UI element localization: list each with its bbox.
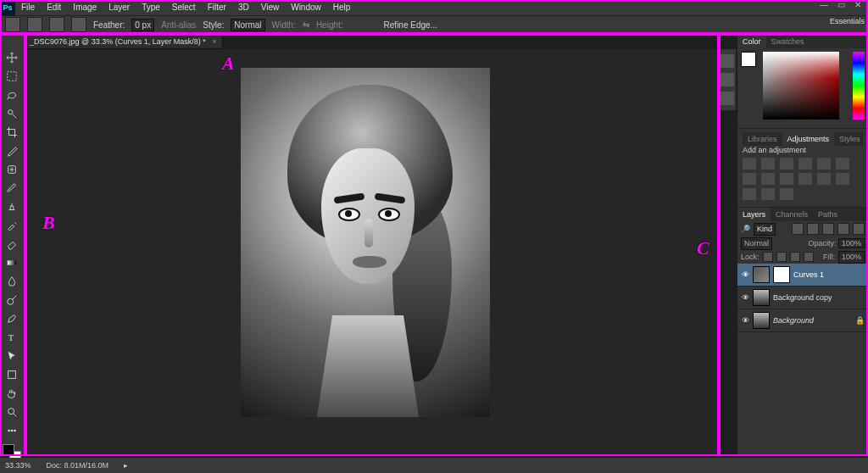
actions-icon[interactable] <box>721 73 734 86</box>
menu-layer[interactable]: Layer <box>103 0 136 15</box>
document-tab[interactable]: _DSC9076.jpg @ 33.3% (Curves 1, Layer Ma… <box>24 34 223 49</box>
invert-icon[interactable] <box>817 173 831 185</box>
refine-edge-button[interactable]: Refine Edge... <box>384 20 437 30</box>
color-field[interactable] <box>763 52 839 120</box>
exposure-icon[interactable] <box>798 158 812 170</box>
layer-name[interactable]: Background copy <box>773 293 865 302</box>
lasso-tool[interactable] <box>3 86 21 103</box>
filter-pixel-icon[interactable] <box>792 223 804 235</box>
filter-type-icon[interactable] <box>822 223 834 235</box>
tab-styles[interactable]: Styles <box>834 132 865 146</box>
path-select-tool[interactable] <box>3 348 21 364</box>
canvas-area[interactable] <box>25 49 719 454</box>
fill-input[interactable]: 100% <box>838 251 865 264</box>
swap-icon[interactable]: ⇆ <box>303 20 309 30</box>
layer-name[interactable]: Background <box>773 316 852 325</box>
visibility-icon[interactable]: 👁 <box>741 270 749 279</box>
tab-channels[interactable]: Channels <box>771 208 813 221</box>
visibility-icon[interactable]: 👁 <box>741 316 749 325</box>
vibrance-icon[interactable] <box>817 158 831 170</box>
style-select[interactable]: Normal <box>231 19 264 31</box>
blur-tool[interactable] <box>3 273 21 290</box>
hue-slider[interactable] <box>853 52 865 120</box>
menu-select[interactable]: Select <box>166 0 202 15</box>
layer-mask-thumb[interactable] <box>773 266 790 283</box>
dodge-tool[interactable] <box>3 292 21 309</box>
menu-type[interactable]: Type <box>136 0 166 15</box>
clone-stamp-tool[interactable] <box>3 198 21 215</box>
lock-all-icon[interactable] <box>804 252 814 262</box>
layer-row[interactable]: 👁Curves 1 <box>737 264 868 287</box>
tab-color[interactable]: Color <box>737 35 766 48</box>
tool-preset-icon[interactable] <box>5 17 20 32</box>
shape-tool[interactable] <box>3 366 21 383</box>
menu-view[interactable]: View <box>255 0 286 15</box>
subtract-selection-icon[interactable] <box>71 17 86 32</box>
history-brush-tool[interactable] <box>3 217 21 234</box>
layer-name[interactable]: Curves 1 <box>793 270 865 279</box>
filter-icon[interactable]: 🔎 <box>741 225 750 233</box>
color-lookup-icon[interactable] <box>798 173 812 185</box>
anti-alias-checkbox[interactable]: Anti-alias <box>161 20 196 30</box>
huesat-icon[interactable] <box>836 158 849 170</box>
eraser-tool[interactable] <box>3 236 21 253</box>
workspace-switcher[interactable]: Essentials <box>830 17 865 25</box>
restore-button[interactable]: ▭ <box>834 0 848 12</box>
close-tab-icon[interactable]: × <box>212 37 216 46</box>
layer-row[interactable]: 👁Background copy <box>737 287 868 309</box>
healing-brush-tool[interactable] <box>3 161 21 178</box>
opacity-input[interactable]: 100% <box>838 238 865 248</box>
history-icon[interactable] <box>721 54 734 68</box>
lock-trans-icon[interactable] <box>763 252 773 262</box>
menu-help[interactable]: Help <box>327 0 357 15</box>
status-chevron-icon[interactable]: ▸ <box>124 461 128 470</box>
crop-tool[interactable] <box>3 124 21 141</box>
layer-row[interactable]: 👁Background🔒 <box>737 309 868 332</box>
minimize-button[interactable]: — <box>817 0 831 12</box>
filter-adjust-icon[interactable] <box>807 223 819 235</box>
curves-icon[interactable] <box>780 158 793 170</box>
new-selection-icon[interactable] <box>27 17 42 32</box>
eyedropper-tool[interactable] <box>3 142 21 159</box>
properties-icon[interactable] <box>721 92 734 105</box>
move-tool[interactable] <box>3 49 21 66</box>
lock-pixel-icon[interactable] <box>776 252 787 262</box>
brightness-icon[interactable] <box>743 158 756 170</box>
filter-shape-icon[interactable] <box>837 223 849 235</box>
menu-window[interactable]: Window <box>285 0 327 15</box>
zoom-level[interactable]: 33.33% <box>5 461 31 470</box>
pen-tool[interactable] <box>3 310 21 327</box>
channel-mixer-icon[interactable] <box>780 173 793 185</box>
blend-mode[interactable]: Normal <box>741 237 772 250</box>
tab-paths[interactable]: Paths <box>813 208 843 221</box>
menu-file[interactable]: File <box>15 0 41 15</box>
posterize-icon[interactable] <box>836 173 849 185</box>
filter-smart-icon[interactable] <box>853 223 865 235</box>
menu-image[interactable]: Image <box>67 0 103 15</box>
tab-layers[interactable]: Layers <box>737 208 771 221</box>
tab-swatches[interactable]: Swatches <box>766 35 810 48</box>
levels-icon[interactable] <box>761 158 775 170</box>
menu-3d[interactable]: 3D <box>232 0 255 15</box>
edit-toolbar[interactable] <box>3 422 21 439</box>
menu-filter[interactable]: Filter <box>202 0 232 15</box>
brush-tool[interactable] <box>3 180 21 197</box>
hand-tool[interactable] <box>3 385 21 402</box>
zoom-tool[interactable] <box>3 403 21 420</box>
filter-kind[interactable]: Kind <box>754 223 776 236</box>
add-selection-icon[interactable] <box>49 17 64 32</box>
foreground-swatch[interactable] <box>741 52 756 67</box>
menu-edit[interactable]: Edit <box>41 0 67 15</box>
gradient-map-icon[interactable] <box>761 188 775 200</box>
bw-icon[interactable] <box>743 173 756 185</box>
tab-adjustments[interactable]: Adjustments <box>782 132 835 146</box>
marquee-tool[interactable] <box>3 68 21 85</box>
close-button[interactable]: ✕ <box>851 0 865 12</box>
threshold-icon[interactable] <box>743 188 756 200</box>
quick-select-tool[interactable] <box>3 105 21 122</box>
tab-libraries[interactable]: Libraries <box>743 132 782 146</box>
gradient-tool[interactable] <box>3 254 21 271</box>
photo-filter-icon[interactable] <box>761 173 775 185</box>
feather-input[interactable]: 0 px <box>131 19 154 31</box>
selective-color-icon[interactable] <box>780 188 793 200</box>
